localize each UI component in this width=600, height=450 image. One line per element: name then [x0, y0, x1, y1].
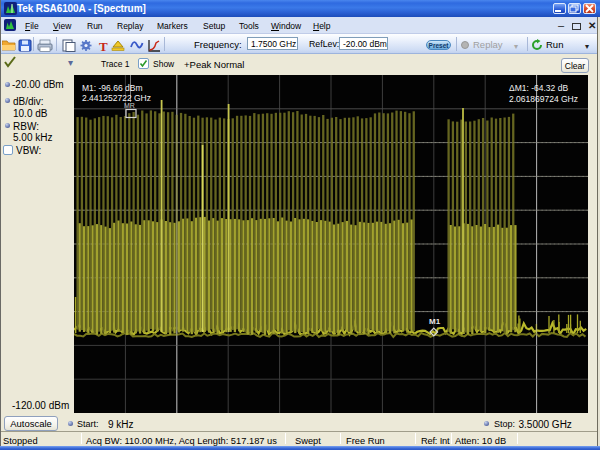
svg-text:2.061869724 GHz: 2.061869724 GHz: [509, 94, 578, 104]
svg-text:M1: M1: [429, 317, 441, 326]
svg-text:MR: MR: [124, 102, 135, 109]
svg-text:T: T: [99, 39, 108, 54]
svg-text:M1: -96.66 dBm: M1: -96.66 dBm: [82, 83, 142, 93]
svg-text:ΔM1: -64.32 dB: ΔM1: -64.32 dB: [509, 83, 568, 93]
svg-text:2.441252722 GHz: 2.441252722 GHz: [82, 93, 151, 103]
